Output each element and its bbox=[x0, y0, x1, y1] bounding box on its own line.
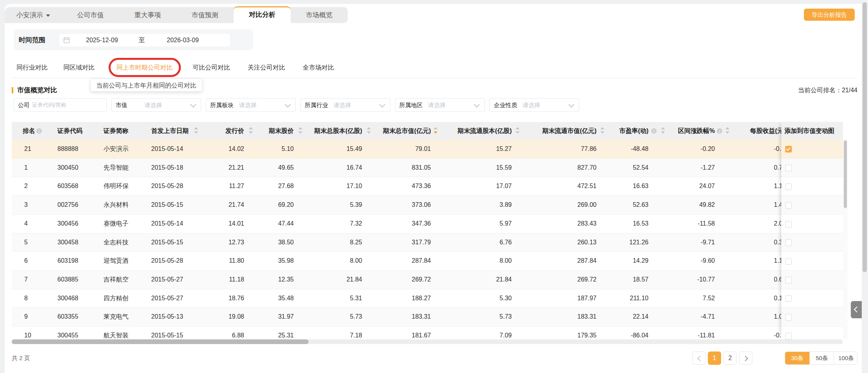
cell: 121.26 bbox=[629, 233, 648, 251]
comparison-analysis-page: 小安演示公司市值重大事项市值预测对比分析市场概览导出分析报告时间范围2025-1… bbox=[0, 0, 868, 373]
cell: 0.1 bbox=[774, 289, 781, 307]
add-to-chart-checkbox[interactable] bbox=[785, 277, 792, 283]
sort-ascending-icon[interactable] bbox=[367, 127, 371, 129]
add-to-chart-checkbox[interactable] bbox=[785, 202, 792, 209]
fixed-cell bbox=[781, 289, 843, 307]
sort-descending-icon[interactable] bbox=[600, 131, 604, 134]
expand-panel-tab[interactable] bbox=[851, 301, 862, 318]
add-to-chart-checkbox[interactable] bbox=[785, 295, 792, 302]
cell: 5.30 bbox=[500, 289, 512, 307]
cell: 6 bbox=[24, 251, 28, 270]
cell: 603355 bbox=[57, 307, 78, 326]
add-to-chart-checkbox[interactable] bbox=[785, 314, 792, 321]
add-to-chart-checkbox-checked[interactable] bbox=[785, 146, 792, 152]
sort-ascending-icon[interactable] bbox=[298, 127, 302, 129]
cell: 1.1 bbox=[774, 251, 781, 270]
add-to-chart-checkbox[interactable] bbox=[785, 239, 792, 246]
fixed-cell bbox=[781, 177, 843, 195]
cell: -9.60 bbox=[701, 251, 715, 270]
fixed-column: 添加到市值变动图 bbox=[781, 122, 843, 339]
table-horizontal-scrollbar-thumb[interactable] bbox=[12, 339, 309, 344]
cell: 15.59 bbox=[496, 158, 512, 177]
fixed-cell bbox=[781, 140, 843, 158]
sort-descending-icon[interactable] bbox=[194, 131, 198, 134]
column-header-区间涨跌幅%[interactable]: 区间涨跌幅% bbox=[678, 122, 715, 140]
cell: 2.0 bbox=[774, 214, 781, 233]
previous-page-button[interactable] bbox=[692, 351, 705, 365]
cell: 269.72 bbox=[577, 270, 597, 289]
sort-descending-icon[interactable] bbox=[249, 131, 253, 134]
cell: 赛微电子 bbox=[104, 214, 129, 233]
add-to-chart-checkbox[interactable] bbox=[785, 165, 792, 171]
column-header-期末流通股本(亿股)[interactable]: 期末流通股本(亿股) bbox=[457, 122, 512, 140]
cell: 16.63 bbox=[633, 177, 648, 195]
export-report-button[interactable]: 导出分析报告 bbox=[804, 9, 855, 21]
cell: 5.10 bbox=[282, 140, 294, 158]
cell: -0.0 bbox=[774, 140, 781, 158]
sort-descending-icon[interactable] bbox=[725, 131, 729, 134]
page-size-100条[interactable]: 100条 bbox=[834, 352, 858, 364]
fixed-cell bbox=[781, 195, 843, 214]
sort-ascending-icon[interactable] bbox=[249, 127, 253, 129]
cell: 11.18 bbox=[229, 270, 244, 289]
sort-ascending-icon[interactable] bbox=[516, 127, 520, 129]
cell: 317.79 bbox=[412, 233, 431, 251]
next-page-button[interactable] bbox=[739, 351, 752, 365]
table-vertical-scrollbar-thumb[interactable] bbox=[844, 140, 847, 208]
sort-descending-icon[interactable] bbox=[434, 131, 438, 134]
sort-ascending-icon[interactable] bbox=[434, 127, 438, 129]
cell: 2015-05-15 bbox=[151, 233, 183, 251]
column-header-市盈率(动)[interactable]: 市盈率(动) bbox=[619, 122, 648, 140]
cell: -9.71 bbox=[701, 233, 715, 251]
cell: 21.21 bbox=[229, 158, 244, 177]
sort-descending-icon[interactable] bbox=[367, 131, 371, 134]
cell: 先导智能 bbox=[104, 158, 129, 177]
column-header-期末总股本(亿股)[interactable]: 期末总股本(亿股) bbox=[314, 122, 362, 140]
sort-descending-icon[interactable] bbox=[298, 131, 302, 134]
cell: -4.71 bbox=[701, 307, 715, 326]
fixed-cell bbox=[781, 251, 843, 270]
page-size-30条[interactable]: 30条 bbox=[785, 352, 809, 364]
cell: 603568 bbox=[57, 177, 78, 195]
cell: 11.27 bbox=[229, 177, 244, 195]
add-to-chart-checkbox[interactable] bbox=[785, 221, 792, 228]
current-company-rank: 当前公司排名：21/44 bbox=[798, 84, 857, 97]
column-header-添加到市值变动图: 添加到市值变动图 bbox=[781, 122, 843, 140]
cell: 莱克电气 bbox=[104, 307, 129, 326]
column-header-期末流通市值(亿元)[interactable]: 期末流通市值(亿元) bbox=[542, 122, 597, 140]
cell: 35.48 bbox=[278, 289, 294, 307]
sort-ascending-icon[interactable] bbox=[194, 127, 198, 129]
chevron-left-icon bbox=[697, 356, 703, 361]
cell: 21.84 bbox=[496, 270, 512, 289]
page-button-2[interactable]: 2 bbox=[723, 351, 737, 365]
cell: 827.70 bbox=[577, 158, 597, 177]
add-to-chart-checkbox[interactable] bbox=[785, 183, 792, 190]
add-to-chart-checkbox[interactable] bbox=[785, 258, 792, 265]
cell: 300456 bbox=[57, 214, 78, 233]
sort-descending-icon[interactable] bbox=[516, 131, 520, 134]
rank-value: 21/44 bbox=[842, 87, 857, 93]
cell: 8.00 bbox=[350, 251, 362, 270]
cell: 8 bbox=[24, 289, 28, 307]
cell: 14.02 bbox=[229, 140, 244, 158]
sort-ascending-icon[interactable] bbox=[600, 127, 604, 129]
cell: -10.77 bbox=[697, 270, 715, 289]
cell: 52.63 bbox=[633, 195, 648, 214]
cell: 伟明环保 bbox=[104, 177, 129, 195]
chevron-right-icon bbox=[743, 356, 748, 361]
cell: 7.32 bbox=[350, 214, 362, 233]
column-header-首发上市日期[interactable]: 首发上市日期 bbox=[151, 122, 189, 140]
cell: 11.80 bbox=[229, 251, 244, 270]
cell: 5.73 bbox=[500, 307, 512, 326]
column-header-期末股价[interactable]: 期末股价 bbox=[269, 122, 294, 140]
add-to-chart-checkbox[interactable] bbox=[785, 333, 792, 339]
cell: 19.08 bbox=[229, 307, 244, 326]
page-scrollbar-thumb[interactable] bbox=[863, 2, 867, 272]
page-button-1[interactable]: 1 bbox=[708, 351, 721, 365]
page-size-50条[interactable]: 50条 bbox=[809, 352, 834, 364]
sort-descending-icon[interactable] bbox=[661, 131, 665, 134]
sort-ascending-icon[interactable] bbox=[725, 127, 729, 129]
column-header-期末总市值(亿元)[interactable]: 期末总市值(亿元) bbox=[383, 122, 431, 140]
column-header-发行价[interactable]: 发行价 bbox=[225, 122, 244, 140]
sort-ascending-icon[interactable] bbox=[661, 127, 665, 129]
